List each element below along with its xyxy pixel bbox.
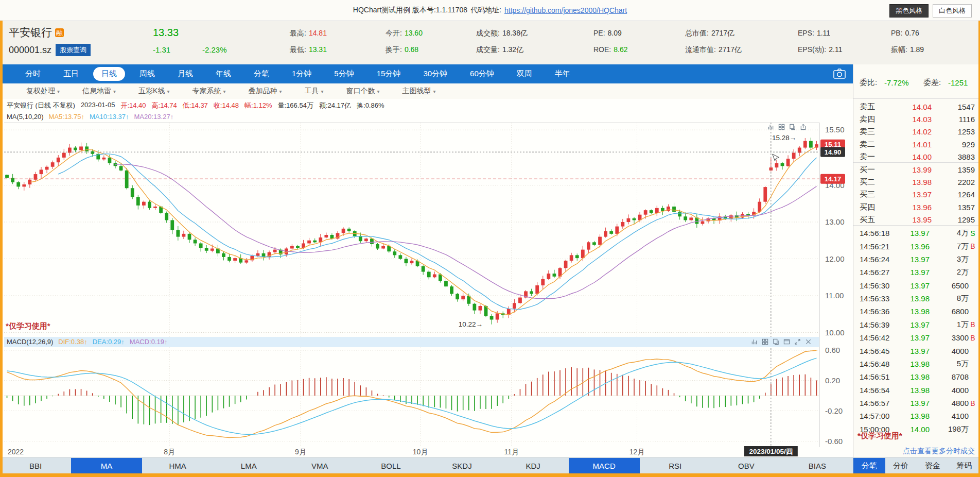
tick-volume: 4000 (930, 386, 969, 395)
tab-panel-1[interactable]: 分价 (885, 458, 917, 473)
app-title: HQChart测试用例 版本号:1.1.11708 (353, 6, 467, 15)
theme-button-light[interactable]: 白色风格 (933, 4, 972, 18)
repo-link[interactable]: https://github.com/jones2000/HQChart (504, 6, 627, 14)
expand-icon[interactable] (794, 338, 801, 345)
theme-button-dark[interactable]: 黑色风格 (889, 4, 929, 18)
tab-indicator-skdj[interactable]: SKDJ (426, 458, 497, 473)
toolbar-menu-3[interactable]: 专家系统▾ (192, 87, 225, 96)
tab-period-13[interactable]: 半年 (547, 67, 579, 81)
tab-period-10[interactable]: 30分钟 (415, 67, 456, 81)
indicator-icon[interactable] (767, 124, 774, 130)
stat-value: 1.32亿 (502, 45, 523, 54)
kline-chart[interactable]: 15.5014.0013.0012.0011.0010.000.600.20-0… (3, 99, 853, 457)
tab-period-8[interactable]: 5分钟 (326, 67, 362, 81)
tab-period-0[interactable]: 分时 (17, 67, 49, 81)
price-axis-label: 15.50 (825, 125, 845, 134)
macd-indicator-line: MACD(12,26,9)DIF:0.38↑DEA:0.29↑MACD:0.19… (7, 338, 168, 346)
divider (853, 162, 980, 163)
tab-indicator-bias[interactable]: BIAS (782, 458, 853, 473)
toolbar-menu-4[interactable]: 叠加品种▾ (248, 87, 282, 96)
order-volume: 1547 (932, 103, 975, 111)
indicator-icon[interactable] (751, 338, 758, 345)
tab-indicator-obv[interactable]: OBV (711, 458, 782, 473)
period-navbar: 分时五日日线周线月线年线分笔1分钟5分钟15分钟30分钟60分钟双周半年 (3, 64, 853, 83)
ma-indicator-line: MA(5,10,20)MA5:13.75↑MA10:13.37↑MA20:13.… (7, 113, 173, 121)
price-badge-text: 14.90 (825, 148, 842, 156)
divider (853, 225, 980, 226)
tick-volume: 8万 (930, 294, 969, 303)
tab-indicator-macd[interactable]: MACD (569, 458, 640, 473)
tab-indicator-bbi[interactable]: BBI (0, 458, 71, 473)
stat-label: ROE: (593, 45, 611, 54)
tick-time: 14:56:57 (860, 399, 900, 407)
tab-indicator-vma[interactable]: VMA (284, 458, 355, 473)
tab-period-6[interactable]: 分笔 (246, 67, 277, 81)
tab-indicator-ma[interactable]: MA (71, 458, 142, 473)
tab-indicator-lma[interactable]: LMA (213, 458, 284, 473)
macd-segment: MACD:0.19↑ (130, 338, 168, 346)
tab-period-4[interactable]: 月线 (169, 67, 201, 81)
stat-value: 8.09 (608, 29, 622, 37)
tick-row: 14:56:2113.967万B (853, 240, 980, 252)
tab-period-12[interactable]: 双周 (509, 67, 540, 81)
tab-period-5[interactable]: 年线 (207, 67, 239, 81)
window-icon[interactable] (783, 338, 790, 345)
toolbar-menu-5[interactable]: 工具▾ (305, 87, 324, 96)
status-segment: 开:14.40 (120, 101, 146, 110)
theme-buttons: 黑色风格白色风格 (889, 4, 972, 18)
macd-segment: MACD(12,26,9) (7, 338, 53, 346)
tab-panel-2[interactable]: 资金 (917, 458, 949, 473)
toolbar-menu-2[interactable]: 五彩K线▾ (138, 87, 169, 96)
tab-indicator-rsi[interactable]: RSI (640, 458, 711, 473)
status-segment: 额:24.17亿 (319, 101, 351, 110)
tab-period-1[interactable]: 五日 (55, 67, 87, 81)
copy-icon[interactable] (789, 124, 796, 130)
status-segment: 2023-01-05 (81, 101, 115, 110)
tab-period-3[interactable]: 周线 (131, 67, 163, 81)
price-annotation: 15.28→ (772, 134, 796, 142)
stat-label: 最高: (290, 29, 306, 37)
tab-indicator-kdj[interactable]: KDJ (498, 458, 569, 473)
order-row: 卖五14.041547 (853, 100, 980, 113)
stock-header: 平安银行 融 000001.sz 股票查询 13.33 -1.31 -2.23%… (3, 21, 980, 64)
stock-code-text: 000001.sz (9, 45, 51, 56)
tab-indicator-boll[interactable]: BOLL (355, 458, 426, 473)
stock-name: 平安银行 融 (9, 25, 64, 40)
toolbar-menu-7[interactable]: 主图线型▾ (402, 87, 436, 96)
toolbar-menu-0[interactable]: 复权处理▾ (26, 87, 60, 96)
order-level-label: 卖四 (860, 114, 894, 124)
order-row: 卖一14.003883 (853, 151, 980, 163)
stat-value: 13.31 (309, 45, 327, 54)
more-ticks-link[interactable]: 点击查看更多分时成交 (903, 447, 975, 456)
export-icon[interactable] (800, 124, 807, 130)
camera-icon[interactable] (833, 68, 846, 79)
stock-query-button[interactable]: 股票查询 (56, 44, 91, 56)
x-axis-label: 2022 (8, 448, 24, 456)
copy-icon[interactable] (773, 338, 779, 345)
tab-indicator-hma[interactable]: HMA (142, 458, 213, 473)
tab-period-7[interactable]: 1分钟 (284, 67, 320, 81)
tab-period-11[interactable]: 60分钟 (462, 67, 502, 81)
status-segment: 收:14.48 (214, 101, 239, 110)
toolbar-menu-6[interactable]: 窗口个数▾ (346, 87, 380, 96)
chevron-down-icon: ▾ (167, 89, 169, 94)
tick-time: 14:56:30 (860, 281, 900, 290)
close-icon[interactable] (805, 338, 812, 345)
order-price: 14.00 (894, 152, 932, 161)
tab-period-9[interactable]: 15分钟 (369, 67, 409, 81)
layout-icon[interactable] (778, 124, 785, 130)
tab-panel-3[interactable]: 筹码 (949, 458, 980, 473)
tick-flag: B (969, 242, 977, 250)
stat-label: 振幅: (891, 45, 907, 54)
tab-panel-0[interactable]: 分笔 (853, 458, 885, 473)
tab-period-2[interactable]: 日线 (93, 67, 125, 81)
divider (853, 98, 980, 99)
toolbar-menu-1[interactable]: 信息地雷▾ (82, 87, 116, 96)
tick-volume: 2万 (930, 267, 969, 277)
order-level-label: 卖二 (860, 140, 894, 149)
order-price: 14.01 (894, 140, 932, 149)
order-price: 14.03 (894, 115, 932, 124)
order-volume: 1116 (932, 115, 975, 124)
layout-icon[interactable] (762, 338, 768, 345)
price-axis-label: 13.00 (825, 217, 845, 226)
